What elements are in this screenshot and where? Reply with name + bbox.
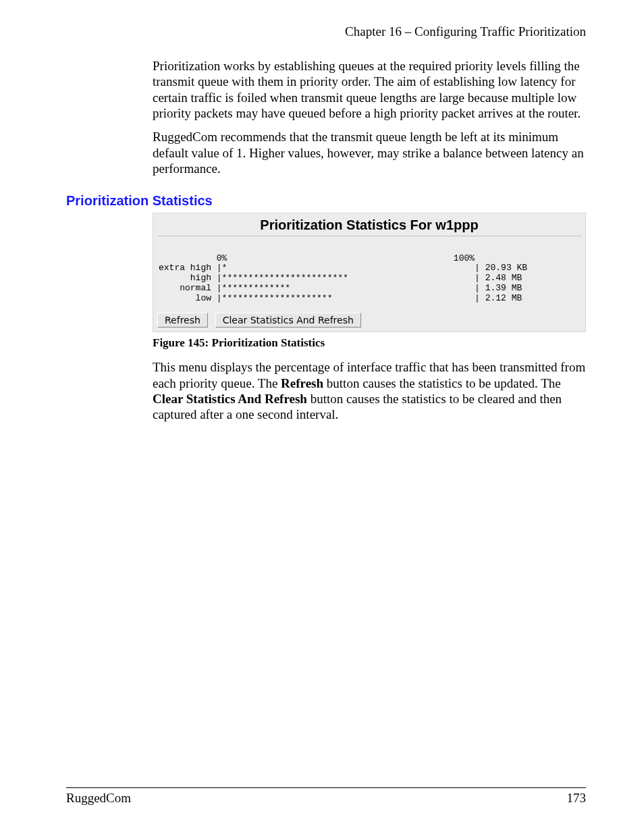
text: button causes the statistics to be updat…	[323, 376, 561, 390]
footer-right: 173	[567, 791, 587, 806]
refresh-button[interactable]: Refresh	[157, 313, 208, 328]
paragraph-1: Prioritization works by establishing que…	[153, 58, 586, 121]
clear-button[interactable]: Clear Statistics And Refresh	[215, 313, 361, 328]
page-footer: RuggedCom 173	[66, 787, 586, 806]
figure-caption: Figure 145: Prioritization Statistics	[153, 336, 586, 350]
stats-panel: Prioritization Statistics For w1ppp 0% 1…	[153, 213, 586, 333]
chapter-header: Chapter 16 – Configuring Traffic Priorit…	[66, 24, 586, 39]
section-heading: Prioritization Statistics	[66, 193, 586, 209]
paragraph-2: RuggedCom recommends that the transmit q…	[153, 129, 586, 176]
clear-bold: Clear Statistics And Refresh	[153, 392, 307, 406]
stats-chart: 0% 100% extra high |* | 20.93 KB high |*…	[153, 236, 585, 313]
footer-left: RuggedCom	[66, 791, 131, 806]
body-content: Prioritization works by establishing que…	[153, 58, 586, 177]
page: Chapter 16 – Configuring Traffic Priorit…	[0, 0, 644, 834]
refresh-bold: Refresh	[281, 376, 323, 390]
paragraph-3: This menu displays the percentage of int…	[153, 359, 586, 422]
button-row: Refresh Clear Statistics And Refresh	[153, 312, 585, 332]
body-content-2: This menu displays the percentage of int…	[153, 359, 586, 422]
panel-title: Prioritization Statistics For w1ppp	[157, 213, 581, 236]
